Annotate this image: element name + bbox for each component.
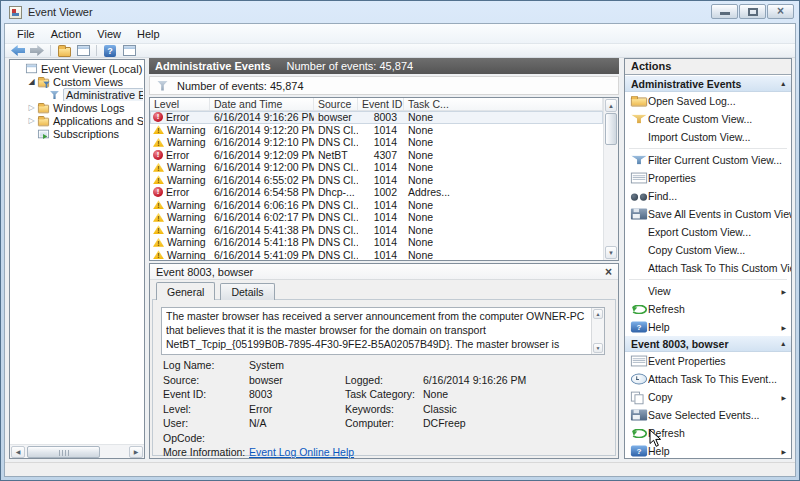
action-label: Attach Task To This Custom View... (648, 262, 791, 274)
event-row[interactable]: Error6/16/2014 9:16:26 PMbowser8003None (150, 111, 603, 124)
action-save-all-events-in-custom-view-as[interactable]: Save All Events in Custom View As... (625, 205, 791, 223)
action-help[interactable]: Help▶ (625, 318, 791, 336)
event-row[interactable]: Warning6/16/2014 6:55:02 PMDNS Cl...1014… (150, 174, 603, 187)
event-row[interactable]: Warning6/16/2014 5:41:09 PMDNS Cl...1014… (150, 249, 603, 261)
event-date: 6/16/2014 6:06:16 PM (210, 199, 314, 211)
action-save-selected-events[interactable]: Save Selected Events... (625, 406, 791, 424)
help-button[interactable] (102, 44, 118, 57)
minimize-button[interactable] (711, 4, 738, 19)
console-window-icon (77, 45, 90, 56)
event-row[interactable]: Warning6/16/2014 5:41:38 PMDNS Cl...1014… (150, 224, 603, 237)
scrollbar-track[interactable] (26, 446, 128, 458)
action-import-custom-view[interactable]: Import Custom View... (625, 128, 791, 146)
event-row[interactable]: Warning6/16/2014 9:12:00 PMDNS Cl...1014… (150, 161, 603, 174)
tree-horizontal-scrollbar[interactable]: ◀ ▶ (10, 444, 144, 458)
event-row[interactable]: Error6/16/2014 6:54:58 PMDhcp-...1002Add… (150, 186, 603, 199)
refresh-icon (631, 304, 647, 314)
menu-help[interactable]: Help (129, 26, 168, 42)
action-export-custom-view[interactable]: Export Custom View... (625, 223, 791, 241)
back-button[interactable] (10, 44, 26, 57)
section-title: Administrative Events (631, 78, 741, 90)
event-row[interactable]: Warning6/16/2014 5:41:18 PMDNS Cl...1014… (150, 236, 603, 249)
action-create-custom-view[interactable]: Create Custom View... (625, 110, 791, 128)
action-label: Open Saved Log... (648, 95, 736, 107)
show-console-tree-button[interactable] (56, 44, 72, 57)
level-text: Warning (167, 249, 206, 260)
action-refresh[interactable]: Refresh (625, 300, 791, 318)
scroll-up-arrow-icon[interactable]: ▲ (593, 309, 603, 319)
action-event-properties[interactable]: Event Properties (625, 352, 791, 370)
action-copy-custom-view[interactable]: Copy Custom View... (625, 241, 791, 259)
section-header-event-8003-bowser[interactable]: Event 8003, bowser▴ (625, 336, 791, 352)
event-task-category: None (404, 174, 603, 186)
forward-button[interactable] (29, 44, 45, 57)
tree-item-applications-and-services-lo[interactable]: ▷Applications and Services Lo (11, 114, 143, 127)
action-copy[interactable]: Copy▶ (625, 388, 791, 406)
scroll-down-arrow-icon[interactable]: ▼ (593, 343, 603, 353)
column-header-event-id[interactable]: Event ID (358, 98, 404, 110)
event-row[interactable]: Warning6/16/2014 6:06:16 PMDNS Cl...1014… (150, 199, 603, 212)
tree-item-administrative-events[interactable]: Administrative Events (11, 88, 143, 101)
tree-item-windows-logs[interactable]: ▷Windows Logs (11, 101, 143, 114)
event-task-category: None (404, 249, 603, 260)
scroll-left-arrow-icon[interactable]: ◀ (11, 446, 25, 458)
event-list-panel: Administrative Events Number of events: … (149, 58, 619, 459)
action-view[interactable]: View▶ (625, 282, 791, 300)
console-window-button[interactable] (75, 44, 91, 57)
column-header-task-c[interactable]: Task C... (404, 98, 603, 110)
scrollbar-thumb[interactable] (605, 113, 617, 145)
scroll-down-arrow-icon[interactable]: ▼ (605, 246, 617, 259)
event-row[interactable]: Warning6/16/2014 9:12:20 PMDNS Cl...1014… (150, 124, 603, 137)
event-row[interactable]: Warning6/16/2014 6:02:17 PMDNS Cl...1014… (150, 211, 603, 224)
close-button[interactable]: × (767, 4, 794, 19)
collapse-arrow-icon[interactable]: ▴ (781, 340, 785, 348)
close-details-icon[interactable]: × (605, 265, 612, 279)
warning-icon (153, 163, 164, 172)
event-date: 6/16/2014 5:41:18 PM (210, 236, 314, 248)
tree-item-subscriptions[interactable]: Subscriptions (11, 127, 143, 140)
tree-expanded-arrow-icon[interactable]: ◢ (26, 77, 37, 86)
event-row[interactable]: Warning6/16/2014 9:12:10 PMDNS Cl...1014… (150, 136, 603, 149)
collapse-arrow-icon[interactable]: ▴ (781, 80, 785, 88)
section-header-administrative-events[interactable]: Administrative Events▴ (625, 76, 791, 92)
tab-details[interactable]: Details (220, 283, 274, 300)
action-open-saved-log[interactable]: Open Saved Log... (625, 92, 791, 110)
action-attach-task-to-this-custom-view[interactable]: Attach Task To This Custom View... (625, 259, 791, 277)
action-find[interactable]: Find... (625, 187, 791, 205)
column-header-source[interactable]: Source (314, 98, 358, 110)
level-text: Warning (167, 136, 206, 148)
menu-file[interactable]: File (9, 26, 43, 42)
event-source: DNS Cl... (314, 236, 358, 248)
console-window-button-2[interactable] (121, 44, 137, 57)
menu-action[interactable]: Action (43, 26, 90, 42)
tree-item-custom-views[interactable]: ◢Custom Views (11, 75, 143, 88)
tree-collapsed-arrow-icon[interactable]: ▷ (26, 116, 37, 125)
column-header-date-and-time[interactable]: Date and Time (210, 98, 314, 110)
event-list-scrollbar[interactable]: ▲ ▼ (603, 98, 618, 260)
column-header-level[interactable]: Level (150, 98, 210, 110)
event-source: DNS Cl... (314, 161, 358, 173)
console-window-icon (123, 45, 136, 56)
tab-general[interactable]: General (156, 282, 215, 300)
description-scrollbar[interactable]: ▲ ▼ (591, 308, 604, 354)
action-attach-task-to-this-event[interactable]: Attach Task To This Event... (625, 370, 791, 388)
tree-item-event-viewer-local[interactable]: Event Viewer (Local) (11, 62, 143, 75)
scroll-right-arrow-icon[interactable]: ▶ (129, 446, 143, 458)
scroll-up-arrow-icon[interactable]: ▲ (605, 99, 617, 112)
tree-collapsed-arrow-icon[interactable]: ▷ (26, 103, 37, 112)
menu-view[interactable]: View (89, 26, 129, 42)
event-task-category: None (404, 161, 603, 173)
field-value: DCFreep (423, 417, 605, 429)
warning-icon (153, 175, 164, 184)
filter-icon (631, 156, 647, 165)
action-filter-current-custom-view[interactable]: Filter Current Custom View... (625, 151, 791, 169)
title-bar[interactable]: Event Viewer × (1, 1, 799, 23)
maximize-button[interactable] (739, 4, 766, 19)
action-label: Save Selected Events... (648, 409, 759, 421)
scrollbar-thumb[interactable] (27, 446, 100, 458)
event-row[interactable]: Error6/16/2014 9:12:09 PMNetBT4307None (150, 149, 603, 162)
folder-icon (38, 117, 49, 126)
action-properties[interactable]: Properties (625, 169, 791, 187)
warning-icon (153, 125, 164, 134)
event-log-online-help-link[interactable]: Event Log Online Help (249, 446, 354, 458)
